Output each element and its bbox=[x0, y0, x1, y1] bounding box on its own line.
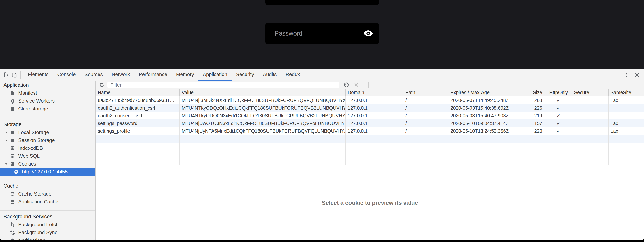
column-header-domain[interactable]: Domain bbox=[346, 89, 404, 96]
cell-secure[interactable] bbox=[572, 112, 608, 119]
column-header-samesite[interactable]: SameSite bbox=[608, 89, 644, 96]
cell-secure[interactable] bbox=[572, 104, 608, 112]
column-header-secure[interactable]: Secure bbox=[572, 89, 608, 96]
cell-value[interactable]: MTU4NTkyODQ0N3xEdi1CQkFFQ180SUFBUkFCRUFB… bbox=[180, 112, 346, 119]
sidebar-item-web-sql[interactable]: Web SQL bbox=[0, 152, 96, 160]
column-header-value[interactable]: Value bbox=[180, 89, 346, 96]
inspect-element-icon[interactable] bbox=[3, 71, 10, 79]
cell-name[interactable]: oauth2_consent_csrf bbox=[96, 112, 180, 119]
cell-domain[interactable]: 127.0.0.1 bbox=[346, 119, 404, 127]
column-header-size[interactable]: Size bbox=[522, 89, 545, 96]
chevron-right-icon[interactable] bbox=[4, 139, 10, 142]
tab-audits[interactable]: Audits bbox=[258, 69, 281, 81]
cell-path[interactable]: / bbox=[404, 112, 448, 119]
password-field[interactable]: Password bbox=[266, 23, 379, 44]
cell-httponly[interactable]: ✓ bbox=[545, 112, 572, 119]
devtools-tabbar: ElementsConsoleSourcesNetworkPerformance… bbox=[0, 69, 644, 81]
device-toolbar-icon[interactable] bbox=[10, 71, 18, 79]
cell-value[interactable]: MTU4NjUwOTQ3N3xEdi1CQkFFQ180SUFBUkFCRUFB… bbox=[180, 119, 346, 127]
cell-name[interactable]: settings_password bbox=[96, 119, 180, 127]
sidebar-item-manifest[interactable]: Manifest bbox=[0, 89, 96, 97]
cell-path[interactable]: / bbox=[404, 96, 448, 104]
cell-samesite[interactable]: Lax bbox=[608, 96, 644, 104]
tab-application[interactable]: Application bbox=[198, 69, 232, 81]
cell-secure[interactable] bbox=[572, 119, 608, 127]
expander-spacer bbox=[4, 107, 10, 111]
cell-httponly[interactable]: ✓ bbox=[545, 119, 572, 127]
chevron-right-icon[interactable] bbox=[4, 131, 10, 135]
cell-size[interactable]: 220 bbox=[522, 127, 545, 135]
cell-samesite[interactable] bbox=[608, 112, 644, 119]
cell-size[interactable]: 268 bbox=[522, 96, 545, 104]
cell-path[interactable]: / bbox=[404, 119, 448, 127]
sidebar-item-application-cache[interactable]: Application Cache bbox=[0, 198, 96, 206]
table-icon bbox=[10, 138, 16, 143]
cell-size[interactable]: 157 bbox=[522, 119, 545, 127]
cell-domain[interactable]: 127.0.0.1 bbox=[346, 112, 404, 119]
cell-httponly[interactable]: ✓ bbox=[545, 104, 572, 112]
tab-elements[interactable]: Elements bbox=[24, 69, 53, 81]
column-header-httponly[interactable]: HttpOnly bbox=[545, 89, 572, 96]
expander-spacer bbox=[4, 99, 10, 103]
cell-name[interactable]: 8a3d27185b49d7758d8bb669331… bbox=[96, 96, 180, 104]
clear-all-cookies-icon[interactable] bbox=[343, 81, 350, 88]
filter-input[interactable] bbox=[107, 82, 339, 88]
separator bbox=[368, 82, 369, 88]
cell-domain[interactable]: 127.0.0.1 bbox=[346, 96, 404, 104]
cell-size[interactable]: 226 bbox=[522, 104, 545, 112]
cell-value[interactable]: MTU4NTkyODQzOHxEdi1CQkFFQ180SUFBUkFCRUFB… bbox=[180, 104, 346, 112]
cell-expires[interactable]: 2020-05-10T13:24:52.356Z bbox=[448, 127, 522, 135]
sidebar-item-session-storage[interactable]: Session Storage bbox=[0, 136, 96, 144]
column-header-path[interactable]: Path bbox=[404, 89, 448, 96]
sidebar-item-service-workers[interactable]: Service Workers bbox=[0, 97, 96, 105]
sidebar-item-clear-storage[interactable]: Clear storage bbox=[0, 105, 96, 113]
sidebar-item-notifications[interactable]: Notifications bbox=[0, 236, 96, 240]
cell-secure[interactable] bbox=[572, 96, 608, 104]
cell-samesite[interactable] bbox=[608, 104, 644, 112]
kebab-menu-icon[interactable] bbox=[623, 71, 630, 79]
cell-name[interactable]: oauth2_authentication_csrf bbox=[96, 104, 180, 112]
column-header-name[interactable]: Name bbox=[96, 89, 180, 96]
cell-expires[interactable]: 2020-05-03T15:40:38.602Z bbox=[448, 104, 522, 112]
refresh-icon[interactable] bbox=[98, 81, 106, 88]
eye-icon[interactable] bbox=[364, 30, 373, 37]
cell-httponly[interactable]: ✓ bbox=[545, 96, 572, 104]
close-devtools-icon[interactable] bbox=[633, 71, 641, 79]
tab-performance[interactable]: Performance bbox=[134, 69, 172, 81]
sidebar-item-cache-storage[interactable]: Cache Storage bbox=[0, 190, 96, 198]
tab-memory[interactable]: Memory bbox=[172, 69, 198, 81]
empty-cell bbox=[572, 135, 608, 143]
cell-expires[interactable]: 2020-05-03T15:40:47.903Z bbox=[448, 112, 522, 119]
cell-value[interactable]: MTU4NjUyNTA5MnxEdi1CQkFFQ180SUFBUkFCRUFB… bbox=[180, 127, 346, 135]
cell-value[interactable]: MTU4NjI3MDk4NXxEdi1CQkFFQ180SUFBUkFCRUFB… bbox=[180, 96, 346, 104]
cell-expires[interactable]: 2020-05-10T09:04:37.414Z bbox=[448, 119, 522, 127]
sidebar-item-cookies[interactable]: Cookies bbox=[0, 160, 96, 168]
cell-domain[interactable]: 127.0.0.1 bbox=[346, 104, 404, 112]
cell-domain[interactable]: 127.0.0.1 bbox=[346, 127, 404, 135]
sidebar-item-label: Background Sync bbox=[18, 229, 57, 235]
cell-httponly[interactable]: ✓ bbox=[545, 127, 572, 135]
sidebar-item-background-sync[interactable]: Background Sync bbox=[0, 228, 96, 236]
cell-expires[interactable]: 2020-05-07T14:49:45.248Z bbox=[448, 96, 522, 104]
cell-path[interactable]: / bbox=[404, 104, 448, 112]
cell-secure[interactable] bbox=[572, 127, 608, 135]
delete-selected-icon[interactable] bbox=[353, 81, 360, 88]
sidebar-item-local-storage[interactable]: Local Storage bbox=[0, 129, 96, 136]
cell-samesite[interactable]: Lax bbox=[608, 119, 644, 127]
tab-redux[interactable]: Redux bbox=[281, 69, 304, 81]
chevron-down-icon[interactable] bbox=[4, 162, 10, 166]
tab-console[interactable]: Console bbox=[53, 69, 80, 81]
tab-security[interactable]: Security bbox=[232, 69, 258, 81]
cell-name[interactable]: settings_profile bbox=[96, 127, 180, 135]
tab-sources[interactable]: Sources bbox=[80, 69, 107, 81]
sidebar-item-http-127-0-0-1-4455[interactable]: http://127.0.0.1:4455 bbox=[0, 168, 96, 176]
sidebar-item-background-fetch[interactable]: Background Fetch bbox=[0, 221, 96, 228]
sidebar-item-indexeddb[interactable]: IndexedDB bbox=[0, 144, 96, 152]
tab-network[interactable]: Network bbox=[107, 69, 134, 81]
cell-size[interactable]: 219 bbox=[522, 112, 545, 119]
screen: Password ElementsConsoleSourcesNetworkPe… bbox=[0, 0, 644, 242]
column-header-expires-max-age[interactable]: Expires / Max-Age bbox=[448, 89, 522, 96]
login-field-cutoff[interactable] bbox=[266, 0, 379, 5]
cell-samesite[interactable]: Lax bbox=[608, 127, 644, 135]
cell-path[interactable]: / bbox=[404, 127, 448, 135]
